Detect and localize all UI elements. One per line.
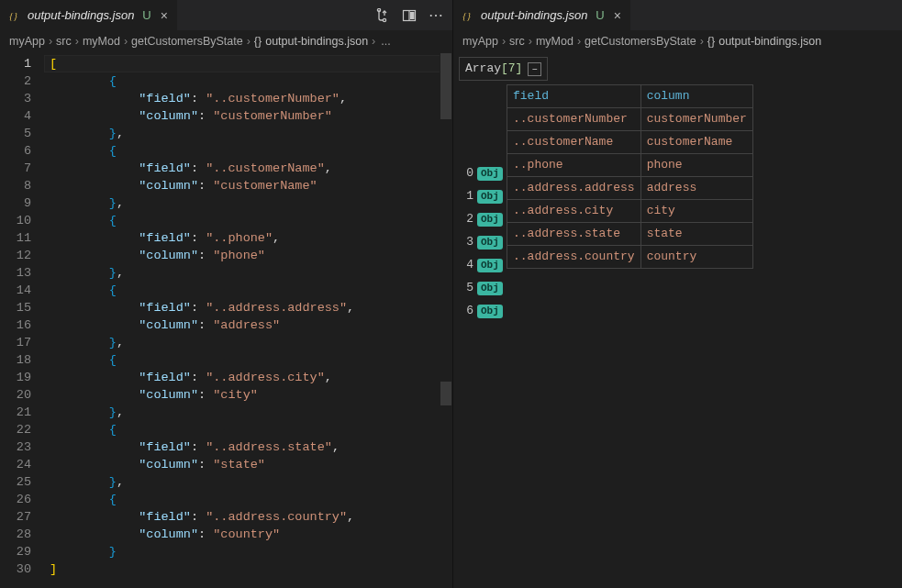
- breadcrumb-file[interactable]: output-bindings.json: [265, 35, 368, 48]
- obj-badge: Obj: [477, 282, 503, 295]
- breadcrumb-right[interactable]: myApp› src› myMod› getCustomersByState› …: [453, 31, 902, 51]
- table-row[interactable]: ..customerNamecustomerName: [507, 131, 753, 154]
- breadcrumb-seg[interactable]: getCustomersByState: [585, 35, 696, 48]
- preview-header-cell: field: [507, 85, 641, 108]
- preview-cell: ..address.address: [507, 177, 641, 200]
- more-actions-icon[interactable]: ⋯: [425, 4, 449, 28]
- preview-table: fieldcolumn ..customerNumbercustomerNumb…: [507, 84, 753, 269]
- obj-badge: Obj: [477, 190, 503, 204]
- table-row[interactable]: ..address.statestate: [507, 223, 753, 246]
- svg-text:{}: {}: [9, 9, 18, 20]
- obj-badge: Obj: [477, 259, 503, 272]
- json-preview[interactable]: Array[7] – 0Obj1Obj2Obj3Obj4Obj5Obj6Obj …: [453, 51, 902, 588]
- breadcrumb-seg[interactable]: myApp: [9, 35, 45, 48]
- preview-cell: phone: [640, 154, 752, 177]
- table-row[interactable]: ..customerNumbercustomerNumber: [507, 108, 753, 131]
- array-type-label: Array: [465, 59, 501, 79]
- preview-cell: state: [640, 223, 752, 246]
- row-index-badge[interactable]: 4Obj: [464, 255, 503, 275]
- editor-pane-left: {} output-bindings.json U × ⋯: [0, 0, 453, 588]
- breadcrumb-seg[interactable]: myMod: [83, 35, 120, 48]
- row-index: 5: [464, 278, 473, 298]
- row-index: 2: [464, 209, 473, 229]
- obj-badge: Obj: [477, 213, 503, 227]
- split-editor-icon[interactable]: [397, 4, 421, 28]
- preview-cell: ..phone: [507, 154, 641, 177]
- workspace: {} output-bindings.json U × ⋯: [0, 0, 902, 588]
- preview-header-cell: column: [640, 85, 752, 108]
- preview-cell: ..address.city: [507, 200, 641, 223]
- breadcrumb-left[interactable]: myApp› src› myMod› getCustomersByState› …: [0, 31, 452, 51]
- tab-filename: output-bindings.json: [481, 8, 587, 22]
- preview-cell: ..customerNumber: [507, 108, 641, 131]
- json-icon: {}: [254, 35, 265, 48]
- breadcrumb-file[interactable]: output-bindings.json: [718, 35, 821, 48]
- preview-cell: customerNumber: [640, 108, 752, 131]
- row-index-badge[interactable]: 6Obj: [464, 301, 503, 321]
- line-number-gutter: 1234567891011121314151617181920212223242…: [0, 51, 44, 588]
- array-length: [7]: [501, 59, 522, 79]
- collapse-button[interactable]: –: [528, 62, 541, 76]
- close-icon[interactable]: ×: [157, 8, 168, 23]
- table-row[interactable]: ..address.addressaddress: [507, 177, 753, 200]
- json-icon: {}: [462, 9, 475, 22]
- tab-modified-marker: U: [593, 8, 604, 22]
- obj-badge: Obj: [477, 167, 503, 181]
- row-index: 3: [464, 232, 473, 252]
- tab-bar-left: {} output-bindings.json U × ⋯: [0, 0, 452, 31]
- close-icon[interactable]: ×: [610, 8, 621, 23]
- array-header[interactable]: Array[7] –: [459, 57, 548, 81]
- obj-badge: Obj: [477, 305, 503, 318]
- preview-cell: customerName: [640, 131, 752, 154]
- minimap[interactable]: [440, 51, 452, 588]
- code-content[interactable]: [ { "field": "..customerNumber", "column…: [44, 51, 452, 588]
- breadcrumb-seg[interactable]: src: [56, 35, 72, 48]
- table-row[interactable]: ..address.countrycountry: [507, 246, 753, 269]
- row-index: 1: [464, 186, 473, 206]
- table-row[interactable]: ..phonephone: [507, 154, 753, 177]
- svg-text:{}: {}: [462, 9, 472, 20]
- breadcrumb-overflow[interactable]: ...: [379, 35, 390, 48]
- code-editor[interactable]: 1234567891011121314151617181920212223242…: [0, 51, 452, 588]
- row-index-badge[interactable]: 2Obj: [464, 209, 503, 229]
- preview-cell: ..address.country: [507, 246, 641, 269]
- svg-point-2: [383, 18, 385, 21]
- json-icon: {}: [707, 35, 718, 48]
- row-index-badge[interactable]: 3Obj: [464, 232, 503, 252]
- breadcrumb-seg[interactable]: getCustomersByState: [131, 35, 243, 48]
- tab-output-bindings[interactable]: {} output-bindings.json U ×: [453, 0, 631, 30]
- row-index: 0: [464, 163, 473, 183]
- obj-badge: Obj: [477, 236, 503, 250]
- json-icon: {}: [9, 9, 22, 22]
- preview-cell: ..customerName: [507, 131, 641, 154]
- breadcrumb-seg[interactable]: myMod: [536, 35, 573, 48]
- row-index-badge[interactable]: 5Obj: [464, 278, 503, 298]
- row-index-badge[interactable]: 0Obj: [464, 163, 503, 183]
- breadcrumb-seg[interactable]: src: [509, 35, 525, 48]
- row-index: 4: [464, 255, 473, 275]
- svg-rect-5: [410, 12, 415, 19]
- tab-output-bindings[interactable]: {} output-bindings.json U ×: [0, 0, 178, 30]
- table-row[interactable]: ..address.citycity: [507, 200, 753, 223]
- tab-bar-right: {} output-bindings.json U ×: [453, 0, 902, 31]
- editor-pane-right: {} output-bindings.json U × myApp› src› …: [453, 0, 902, 588]
- preview-cell: city: [640, 200, 752, 223]
- preview-cell: country: [640, 246, 752, 269]
- row-index: 6: [464, 301, 473, 321]
- preview-cell: address: [640, 177, 752, 200]
- breadcrumb-seg[interactable]: myApp: [462, 35, 498, 48]
- preview-cell: ..address.state: [507, 223, 641, 246]
- compare-changes-icon[interactable]: [370, 4, 394, 28]
- tab-filename: output-bindings.json: [28, 8, 134, 22]
- tab-modified-marker: U: [139, 8, 150, 22]
- row-index-badge[interactable]: 1Obj: [464, 186, 503, 206]
